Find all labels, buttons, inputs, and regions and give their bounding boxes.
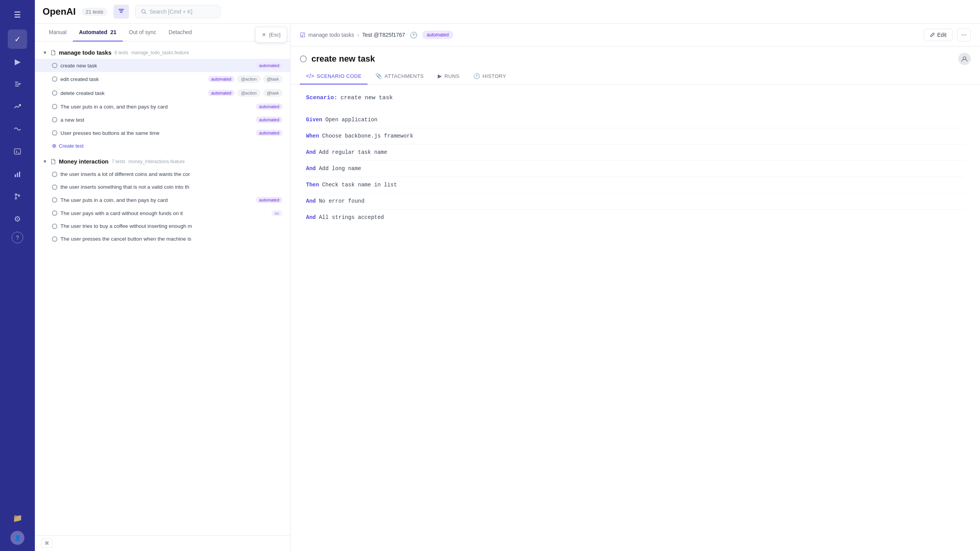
step-when: When Choose backbone.js framework	[306, 128, 965, 145]
step-text: Add long name	[319, 165, 361, 173]
breadcrumb-feature: manage todo tasks	[308, 32, 354, 38]
test-item-a-new-test[interactable]: a new test automated	[35, 113, 290, 126]
history-clock-icon[interactable]: 🕐	[410, 31, 418, 39]
test-name: The user presses the cancel button when …	[60, 236, 282, 242]
test-item-user-inserts-coins[interactable]: the user inserts a lot of different coin…	[35, 168, 290, 181]
test-name: create new task	[60, 63, 253, 69]
shortcut-bar: ⌘	[35, 535, 290, 551]
sidebar-item-folder[interactable]: 📁	[8, 508, 27, 528]
tab-label: HISTORY	[483, 73, 506, 79]
test-status-circle	[52, 210, 57, 216]
sidebar-item-trending[interactable]	[8, 97, 27, 116]
sidebar-item-chart[interactable]	[8, 164, 27, 184]
tab-attachments[interactable]: 📎 ATTACHMENTS	[369, 68, 430, 84]
create-test-link[interactable]: ⊕ Create test	[35, 139, 290, 152]
tag-automated: automated	[256, 103, 282, 110]
right-panel: ☑ manage todo tasks › Test @T825f1767 🕐 …	[291, 24, 980, 551]
scenario-keyword: Scenario:	[306, 94, 337, 103]
feature-group-manage-todo: ▼ manage todo tasks 6 tests manage_todo_…	[35, 46, 290, 152]
sidebar-item-help[interactable]: ?	[12, 232, 23, 243]
filter-button[interactable]	[113, 5, 129, 19]
test-status-circle	[52, 184, 57, 190]
tab-scenario-code[interactable]: </> SCENARIO CODE	[300, 68, 368, 84]
create-test-label: Create test	[59, 143, 84, 149]
right-topbar: ☑ manage todo tasks › Test @T825f1767 🕐 …	[291, 24, 980, 46]
user-avatar[interactable]: 👤	[10, 531, 24, 545]
sidebar: ☰ ✓ ▶	[0, 0, 35, 551]
tab-label: ATTACHMENTS	[385, 73, 424, 79]
feature-header-manage-todo[interactable]: ▼ manage todo tasks 6 tests manage_todo_…	[35, 46, 290, 59]
breadcrumb: ☑ manage todo tasks › Test @T825f1767	[300, 31, 405, 39]
test-item-user-buys-coffee[interactable]: The user tries to buy a coffee without i…	[35, 220, 290, 232]
test-item-user-presses-cancel[interactable]: The user presses the cancel button when …	[35, 232, 290, 245]
test-list: ▼ manage todo tasks 6 tests manage_todo_…	[35, 41, 290, 551]
main-container: OpenAI 21 tests Search [Cmd + K] Manual …	[35, 0, 980, 551]
scenario-title-line: Scenario: create new task	[306, 94, 965, 109]
test-name: edit created task	[60, 76, 205, 82]
search-close-overlay[interactable]: ✕ [Esc]	[255, 27, 287, 43]
app-title: OpenAI	[43, 6, 76, 17]
tab-history[interactable]: 🕐 HISTORY	[467, 68, 512, 84]
step-keyword: And	[306, 148, 316, 157]
test-item-user-pays-without-funds[interactable]: The user pays with a card without enough…	[35, 207, 290, 220]
menu-icon[interactable]: ☰	[10, 6, 25, 23]
feature-name: manage todo tasks	[59, 49, 112, 56]
sidebar-item-check[interactable]: ✓	[8, 29, 27, 49]
scenario-code-content: Scenario: create new task Given Open app…	[291, 84, 980, 551]
test-name: The user puts in a coin, and then pays b…	[60, 104, 253, 110]
edit-icon	[930, 32, 935, 38]
tab-automated[interactable]: Automated 21	[73, 24, 123, 41]
sidebar-item-git[interactable]	[8, 187, 27, 206]
sidebar-item-play[interactable]: ▶	[8, 52, 27, 71]
test-item-delete-created-task[interactable]: delete created task automated @action @t…	[35, 86, 290, 100]
step-keyword: And	[306, 197, 316, 205]
test-item-user-inserts-invalid[interactable]: the user inserts something that is not a…	[35, 181, 290, 193]
tab-label: RUNS	[444, 73, 459, 79]
svg-rect-3	[14, 149, 21, 154]
tab-out-of-sync[interactable]: Out of sync	[123, 24, 163, 41]
tab-manual[interactable]: Manual	[43, 24, 73, 41]
file-icon	[50, 159, 56, 164]
sidebar-item-list[interactable]	[8, 74, 27, 94]
test-status-circle	[52, 90, 57, 96]
test-item-user-pays-card[interactable]: The user puts in a coin, and then pays b…	[35, 193, 290, 207]
keyboard-shortcut[interactable]: ⌘	[41, 539, 53, 548]
file-icon	[50, 50, 56, 55]
feature-name: Money interaction	[59, 158, 108, 165]
user-avatar-right[interactable]	[958, 53, 971, 65]
tab-detached[interactable]: Detached	[162, 24, 198, 41]
test-name: User presses two buttons at the same tim…	[60, 130, 253, 136]
test-status-circle	[52, 63, 57, 68]
test-status-circle	[52, 236, 57, 242]
edit-button[interactable]: Edit	[924, 29, 952, 41]
test-item-user-puts-coin[interactable]: The user puts in a coin, and then pays b…	[35, 100, 290, 113]
step-and-2: And Add long name	[306, 161, 965, 177]
close-icon[interactable]: ✕	[262, 32, 266, 38]
test-item-user-presses-buttons[interactable]: User presses two buttons at the same tim…	[35, 126, 290, 139]
feature-test-count: 7 tests	[112, 159, 125, 164]
user-icon	[961, 55, 968, 62]
step-and-4: And All strings accepted	[306, 210, 965, 226]
more-button[interactable]: ···	[957, 28, 971, 41]
sidebar-item-terminal[interactable]	[8, 142, 27, 161]
sidebar-item-analytics[interactable]	[8, 119, 27, 139]
feature-header-money-interaction[interactable]: ▼ Money interaction 7 tests money_Intera…	[35, 155, 290, 168]
tag-action: @action	[237, 90, 260, 96]
sidebar-item-settings[interactable]: ⚙	[8, 209, 27, 229]
plus-icon: ⊕	[52, 143, 57, 149]
step-text: No error found	[319, 197, 364, 205]
tag-automated: automated	[256, 62, 282, 69]
chevron-icon: ▼	[43, 50, 47, 55]
test-name: The user tries to buy a coffee without i…	[60, 223, 282, 229]
test-item-create-new-task[interactable]: create new task automated	[35, 59, 290, 72]
step-keyword: And	[306, 214, 316, 222]
test-item-edit-created-task[interactable]: edit created task automated @action @tas…	[35, 72, 290, 86]
step-text: Check task name in list	[322, 181, 397, 189]
test-name: delete created task	[60, 90, 205, 96]
tag-automated: automated	[256, 197, 282, 203]
search-icon	[141, 9, 146, 14]
tab-runs[interactable]: ▶ RUNS	[432, 68, 466, 84]
step-and-3: And No error found	[306, 193, 965, 210]
test-status-circle	[52, 130, 57, 136]
search-box[interactable]: Search [Cmd + K]	[135, 5, 220, 18]
